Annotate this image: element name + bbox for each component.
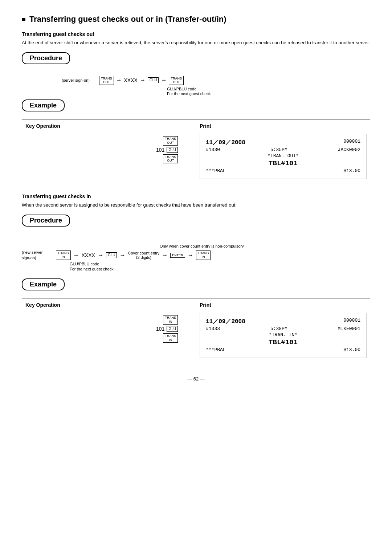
example2-key-op-header: Key Operation bbox=[25, 302, 192, 308]
example2-row2: 101 GLU bbox=[156, 326, 178, 332]
example1-receipt: 11／09／2008 000001 #1330 5:35PM JACK0002 … bbox=[200, 134, 367, 179]
example2-receipt-line2: #1333 5:38PM MIKE0001 bbox=[206, 326, 360, 331]
example1-row3: TRANSOUT bbox=[163, 154, 178, 164]
example-2-label: Example bbox=[22, 278, 65, 290]
example1-row1: TRANSOUT bbox=[163, 136, 178, 146]
example1-receipt-num1: 000001 bbox=[343, 139, 360, 146]
example1-glu: GLU bbox=[167, 147, 178, 153]
example1-trans-out-b: TRANSOUT bbox=[163, 154, 178, 164]
flow1-trans-out-1: TRANSOUT bbox=[99, 76, 114, 85]
example2-pbal-amount: $13.00 bbox=[343, 347, 360, 353]
example-2-section: Key Operation TRANSIN 101 GLU TRANSIN Pr… bbox=[22, 298, 370, 362]
flow-diagram-2: Only when cover count entry is non-compu… bbox=[22, 244, 370, 272]
flow1-xxxx: XXXX bbox=[124, 77, 138, 83]
example2-key-op-content: TRANSIN 101 GLU TRANSIN bbox=[25, 315, 192, 342]
example1-num-101: 101 bbox=[156, 147, 164, 153]
flow1-subtext2: For the next guest check bbox=[167, 91, 211, 96]
example2-tran-in: *TRAN. IN* bbox=[206, 332, 360, 338]
example1-key-op-col: Key Operation TRANSOUT 101 GLU TRANSOUT bbox=[22, 119, 196, 183]
page-footer: — 62 — bbox=[22, 376, 370, 382]
example1-tran-out: *TRAN. OUT* bbox=[206, 153, 360, 159]
flow1-arrow1: → bbox=[116, 77, 122, 83]
example2-trans-in-a: TRANSIN bbox=[163, 315, 178, 325]
flow1-glu: GLU bbox=[148, 77, 159, 83]
flow2-subtext1: GLU/PBLU code bbox=[70, 262, 370, 266]
page-title: Transferring guest checks out or in (Tra… bbox=[22, 15, 370, 24]
section-out-text: At the end of server shift or whenever a… bbox=[22, 39, 370, 46]
example1-trans-out-a: TRANSOUT bbox=[163, 136, 178, 146]
flow1-subtext1: GLU/PBLU code bbox=[167, 87, 211, 91]
flow2-trans-in-2: TRANSIN bbox=[196, 250, 211, 260]
flow2-enter: ENTER bbox=[170, 253, 185, 258]
flow2-cover-entry: Cover count entry bbox=[128, 251, 159, 255]
example2-date: 11／09／2008 bbox=[206, 318, 245, 325]
section-in-title: Transferring guest checks in bbox=[22, 194, 370, 199]
section-in: Transferring guest checks in When the se… bbox=[22, 194, 370, 209]
section-out: Transferring guest checks out At the end… bbox=[22, 31, 370, 46]
example2-receipt-line1: 11／09／2008 000001 bbox=[206, 318, 360, 325]
example2-pbal: ***PBAL $13.00 bbox=[206, 347, 360, 353]
example-1-label: Example bbox=[22, 99, 65, 111]
example1-key-op-header: Key Operation bbox=[25, 123, 192, 129]
example2-print-col: Print 11／09／2008 000001 #1333 5:38PM MIK… bbox=[196, 298, 370, 362]
example2-check-num: #1333 bbox=[206, 326, 220, 331]
example1-server: JACK0002 bbox=[338, 147, 360, 152]
example2-receipt: 11／09／2008 000001 #1333 5:38PM MIKE0001 … bbox=[200, 313, 367, 358]
flow1-arrow3: → bbox=[161, 77, 167, 83]
procedure-2-label: Procedure bbox=[22, 215, 70, 227]
example2-key-op-col: Key Operation TRANSIN 101 GLU TRANSIN bbox=[22, 298, 196, 362]
flow2-trans-in-1: TRANSIN bbox=[56, 250, 71, 260]
flow2-glu: GLU bbox=[106, 252, 117, 258]
section-in-text: When the second server is assigned to be… bbox=[22, 201, 370, 209]
example2-row3: TRANSIN bbox=[163, 333, 178, 343]
example2-time: 5:38PM bbox=[270, 326, 287, 331]
section-out-title: Transferring guest checks out bbox=[22, 31, 370, 37]
example2-num-101: 101 bbox=[156, 326, 164, 332]
flow2-arrow2: → bbox=[98, 252, 103, 258]
example2-pbal-label: ***PBAL bbox=[206, 347, 226, 353]
example1-pbal-amount: $13.00 bbox=[343, 168, 360, 174]
example1-row2: 101 GLU bbox=[156, 147, 178, 153]
flow1-arrow2: → bbox=[140, 77, 146, 83]
flow2-arrow1: → bbox=[73, 252, 79, 258]
flow2-xxxx: XXXX bbox=[82, 252, 95, 258]
flow1-trans-out-2: TRANSOUT bbox=[169, 76, 184, 85]
example1-receipt-line2: #1330 5:35PM JACK0002 bbox=[206, 147, 360, 152]
example1-time: 5:35PM bbox=[270, 147, 287, 152]
example1-check-num: #1330 bbox=[206, 147, 220, 152]
example1-tbl: TBL#101 bbox=[206, 159, 360, 167]
example2-server: MIKE0001 bbox=[338, 326, 360, 331]
example2-glu: GLU bbox=[167, 326, 178, 332]
example2-tbl: TBL#101 bbox=[206, 338, 360, 346]
flow-diagram-1: (server sign-on) TRANSOUT → XXXX → GLU →… bbox=[22, 76, 370, 96]
example1-pbal: ***PBAL $13.00 bbox=[206, 168, 360, 174]
flow2-cover-group: Cover count entry (2 digits) bbox=[128, 251, 159, 260]
example2-row1: TRANSIN bbox=[163, 315, 178, 325]
example1-date: 11／09／2008 bbox=[206, 139, 245, 146]
flow2-digits: (2 digits) bbox=[136, 255, 151, 260]
flow2-only-when: Only when cover count entry is non-compu… bbox=[160, 244, 370, 248]
flow2-arrow3: → bbox=[119, 252, 125, 258]
flow2-label: (new server sign-on) bbox=[22, 250, 54, 261]
flow2-arrow4: → bbox=[162, 252, 168, 258]
example2-print-header: Print bbox=[200, 302, 367, 308]
example1-receipt-line1: 11／09／2008 000001 bbox=[206, 139, 360, 146]
flow2-subtext2: For the next guest check bbox=[70, 267, 370, 271]
flow1-label: (server sign-on) bbox=[62, 78, 98, 82]
example2-trans-in-b: TRANSIN bbox=[163, 333, 178, 343]
example1-print-header: Print bbox=[200, 123, 367, 129]
example1-key-op-content: TRANSOUT 101 GLU TRANSOUT bbox=[25, 136, 192, 163]
example1-pbal-label: ***PBAL bbox=[206, 168, 226, 174]
example-1-section: Key Operation TRANSOUT 101 GLU TRANSOUT … bbox=[22, 119, 370, 183]
example1-print-col: Print 11／09／2008 000001 #1330 5:35PM JAC… bbox=[196, 119, 370, 183]
procedure-1-label: Procedure bbox=[22, 52, 70, 64]
example2-receipt-num1: 000001 bbox=[343, 318, 360, 325]
flow2-arrow5: → bbox=[188, 252, 193, 258]
